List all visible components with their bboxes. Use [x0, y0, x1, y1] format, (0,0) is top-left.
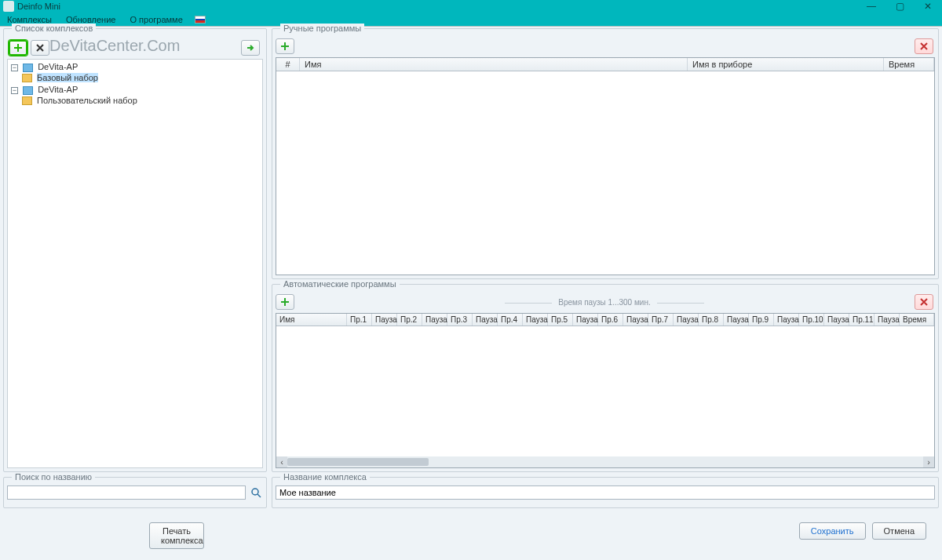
x-icon: [919, 42, 929, 51]
tree-toolbar: DeVitaCenter.Com: [7, 38, 263, 59]
watermark-text: DeVitaCenter.Com: [49, 37, 180, 55]
complex-list-title: Список комплексов: [12, 24, 96, 33]
auto-programs-group: Автоматические программы Время паузы 1..…: [272, 284, 939, 472]
col-name: Имя: [300, 58, 688, 71]
search-group-title: Поиск по названию: [12, 472, 95, 482]
complex-tree[interactable]: − DeVita-AP Базовый набор −: [7, 59, 263, 468]
search-group: Поиск по названию: [3, 477, 267, 508]
auto-toolbar: Время паузы 1...300 мин.: [276, 294, 935, 313]
col-pr-1: Пр.1: [347, 314, 372, 325]
folder-icon: [22, 96, 32, 105]
plus-icon: [280, 42, 290, 51]
tree-label: DeVita-AP: [38, 85, 78, 94]
tree-forward-button[interactable]: [241, 40, 260, 56]
col-pr-5: Пр.5: [548, 314, 573, 325]
manual-programs-group: Ручные программы # Имя Имя в приборе Вре…: [272, 28, 939, 279]
manual-delete-button[interactable]: [915, 38, 933, 54]
language-flag-icon[interactable]: [195, 16, 206, 24]
minimize-button[interactable]: —: [857, 0, 885, 13]
col-pr-3: Пр.3: [447, 314, 473, 325]
scroll-left-icon[interactable]: ‹: [276, 456, 287, 467]
complex-name-input[interactable]: [276, 485, 935, 500]
scroll-thumb[interactable]: [287, 458, 429, 466]
col-pause-1: Пауза: [372, 314, 397, 325]
arrow-right-icon: [246, 43, 255, 53]
right-pane: Ручные программы # Имя Имя в приборе Вре…: [270, 27, 942, 560]
scroll-right-icon[interactable]: ›: [923, 456, 934, 467]
left-pane: Список комплексов DeVitaCenter.Com −: [0, 27, 270, 560]
complex-name-group: Название комплекса: [272, 477, 939, 508]
svg-rect-5: [281, 45, 289, 47]
tree-node-base-set[interactable]: Базовый набор: [22, 72, 261, 84]
pause-hint: Время паузы 1...300 мин.: [299, 298, 910, 307]
col-device: Имя в приборе: [688, 58, 884, 71]
col-pr-8: Пр.8: [699, 314, 724, 325]
manual-toolbar: [276, 38, 935, 57]
menu-complexes[interactable]: Комплексы: [0, 15, 59, 24]
maximize-button[interactable]: ▢: [885, 0, 914, 13]
tree-node-devita-1[interactable]: − DeVita-AP Базовый набор: [11, 61, 261, 84]
col-pause-10: Пауза: [824, 314, 849, 325]
auto-delete-button[interactable]: [915, 294, 933, 310]
col-pr-10: Пр.10: [799, 314, 824, 325]
col-number: #: [276, 58, 300, 71]
tree-delete-button[interactable]: [31, 40, 49, 56]
search-icon[interactable]: [249, 485, 263, 500]
col-pause-2: Пауза: [422, 314, 447, 325]
col-pause-8: Пауза: [724, 314, 749, 325]
horizontal-scrollbar[interactable]: ‹ ›: [276, 456, 934, 467]
col-pr-6: Пр.6: [598, 314, 623, 325]
col-pr-2: Пр.2: [397, 314, 422, 325]
window-title: Deinfo Mini: [17, 2, 60, 11]
col-pause-11: Пауза: [874, 314, 900, 325]
col-pr-11: Пр.11: [849, 314, 874, 325]
tree-label: DeVita-AP: [38, 62, 78, 71]
svg-point-2: [252, 489, 258, 495]
complex-list-group: Список комплексов DeVitaCenter.Com −: [3, 28, 267, 472]
col-pr-4: Пр.4: [498, 314, 523, 325]
col-time: Время: [884, 58, 934, 71]
folder-icon: [22, 74, 32, 82]
bottom-bar: Печать комплекса Сохранить Отмена: [0, 511, 942, 555]
auto-table-header: Имя Пр.1ПаузаПр.2ПаузаПр.3ПаузаПр.4Пауза…: [276, 314, 934, 326]
manual-group-title: Ручные программы: [280, 24, 364, 33]
col-pause-9: Пауза: [774, 314, 799, 325]
tree-add-button[interactable]: [9, 40, 27, 56]
collapse-icon[interactable]: −: [11, 87, 18, 94]
auto-table[interactable]: Имя Пр.1ПаузаПр.2ПаузаПр.3ПаузаПр.4Пауза…: [276, 313, 935, 468]
x-icon: [919, 297, 929, 307]
manual-table[interactable]: # Имя Имя в приборе Время: [276, 57, 935, 275]
svg-rect-1: [14, 47, 22, 49]
col-time: Время: [900, 314, 934, 325]
x-icon: [35, 43, 45, 53]
print-complex-button[interactable]: Печать комплекса: [149, 522, 204, 549]
titlebar: Deinfo Mini — ▢ ✕: [0, 0, 942, 13]
manual-add-button[interactable]: [276, 38, 294, 54]
menu-update[interactable]: Обновление: [59, 15, 123, 24]
col-pause-4: Пауза: [523, 314, 548, 325]
col-pause-5: Пауза: [573, 314, 598, 325]
col-pause-3: Пауза: [473, 314, 498, 325]
window-controls: — ▢ ✕: [857, 0, 942, 13]
plus-icon: [280, 297, 290, 307]
col-name: Имя: [276, 314, 347, 325]
book-icon: [23, 86, 33, 95]
tree-node-devita-2[interactable]: − DeVita-AP Пользовательский набор: [11, 84, 261, 107]
tree-node-user-set[interactable]: Пользовательский набор: [22, 95, 261, 107]
menubar: Комплексы Обновление О программе: [0, 13, 942, 27]
svg-rect-7: [281, 301, 289, 303]
auto-add-button[interactable]: [276, 294, 294, 310]
scroll-track[interactable]: [287, 458, 923, 466]
tree-label: Пользовательский набор: [37, 96, 137, 105]
search-input[interactable]: [7, 485, 246, 500]
col-pause-6: Пауза: [623, 314, 648, 325]
menu-about[interactable]: О программе: [122, 15, 189, 24]
col-pr-7: Пр.7: [648, 314, 674, 325]
close-button[interactable]: ✕: [914, 0, 942, 13]
cancel-button[interactable]: Отмена: [872, 522, 926, 540]
collapse-icon[interactable]: −: [11, 64, 18, 71]
manual-table-header: # Имя Имя в приборе Время: [276, 58, 934, 71]
plus-icon: [13, 43, 23, 53]
complex-name-title: Название комплекса: [280, 472, 370, 482]
save-button[interactable]: Сохранить: [799, 522, 866, 540]
